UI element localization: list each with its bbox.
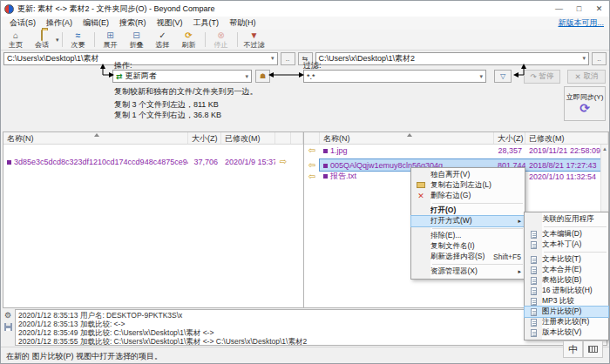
menu-search[interactable]: 搜索(R) xyxy=(114,17,152,30)
window-title: 更新: 素材 <-> 素材2 - 文件夹同步(O) - Beyond Compa… xyxy=(17,3,549,15)
expand-icon: ⊞ xyxy=(106,31,113,40)
submenu-item-mp3-compare[interactable]: MP3 比较 xyxy=(525,296,608,307)
column-header-size[interactable]: 大小(Z) xyxy=(494,132,525,144)
menu-session[interactable]: 会话(S) xyxy=(4,17,41,30)
session-settings-button[interactable]: ☗ xyxy=(255,70,270,83)
copy-to-left-icon[interactable]: ⇦ xyxy=(308,161,315,170)
submenu-item-text-edit[interactable]: 文本编辑(D) xyxy=(525,229,608,239)
approx-icon: ≈ xyxy=(76,31,81,40)
menu-item-copy-filename[interactable]: 复制文件名(I) xyxy=(411,241,525,252)
select-button[interactable]: ✓ 选择 xyxy=(150,30,176,49)
menu-help[interactable]: 帮助(H) xyxy=(224,17,261,30)
submenu-item-associated-app[interactable]: 关联的应用程序 xyxy=(525,214,608,225)
submenu-item-version-compare[interactable]: 版本比较(V) xyxy=(525,327,608,338)
folder-icon xyxy=(41,31,43,40)
refresh-button[interactable]: ⟳ 刷新 xyxy=(176,30,202,49)
submenu-item-picture-compare[interactable]: 图片比较(P) xyxy=(525,307,608,317)
menu-item-explorer[interactable]: 资源管理器(X) ▸ xyxy=(411,266,525,277)
maximize-icon[interactable]: □ xyxy=(569,1,589,17)
sync-options-area: 操作: ⇄ 更新两者 ▾ ☗ 过滤: *.* ▾ ▽ ↷ 暂停 ✕ 取消 立即同… xyxy=(1,65,609,131)
right-browse-button[interactable]: .. xyxy=(592,52,607,65)
table-row[interactable]: 3d85e3c5dcd8c323df1210cd174ccd948c4875ce… xyxy=(3,156,303,167)
column-header-modified[interactable]: 已修改(M) xyxy=(221,132,275,144)
filter-options-button[interactable]: ▽ xyxy=(494,70,512,83)
menu-tools[interactable]: 工具(T) xyxy=(188,17,225,30)
menu-edit[interactable]: 编辑(E) xyxy=(78,17,114,30)
refresh-icon: ⟳ xyxy=(185,31,192,40)
filter-icon: ▼ xyxy=(250,31,259,40)
menu-view[interactable]: 视图(V) xyxy=(152,17,188,30)
sort-ascending-icon xyxy=(94,133,99,137)
log-panel: ⚙ 2020/1/12 8:35:13 用户名: DESKTOP-9PKTK3S… xyxy=(1,308,609,347)
new-version-link[interactable]: 新版本可用... xyxy=(558,17,604,29)
sessions-dropdown-icon[interactable]: ▾ xyxy=(56,37,59,44)
sessions-button[interactable]: 会话 xyxy=(29,30,55,49)
delete-x-icon: ✕ xyxy=(411,192,430,200)
column-header-modified[interactable]: 已修改(M) xyxy=(525,132,608,144)
menu-item-copy-right-to-left[interactable]: 复制右边到左边(L) xyxy=(411,180,525,191)
submenu-item-text-patch[interactable]: 文本补丁(A) xyxy=(525,239,608,250)
menu-separator xyxy=(544,226,607,227)
registry-compare-icon xyxy=(531,319,537,327)
log-line: 2020/1/12 8:35:55 加载比较: C:\Users\x\Deskt… xyxy=(18,337,604,346)
gear-icon[interactable]: ⚙ xyxy=(4,311,11,320)
pause-button: ↷ 暂停 xyxy=(524,70,560,84)
minor-button[interactable]: ≈ 次要 xyxy=(65,30,92,49)
collapse-button[interactable]: ⊟ 折叠 xyxy=(124,30,150,49)
file-icon xyxy=(7,160,11,165)
scroll-up-icon[interactable]: ▲ xyxy=(601,145,608,153)
chevron-down-icon[interactable]: ▾ xyxy=(580,55,586,62)
toolbar-separator xyxy=(237,32,238,47)
submenu-item-table-compare[interactable]: 表格比较(B) xyxy=(525,275,608,286)
home-button[interactable]: ⌂ 主页 xyxy=(3,30,29,49)
submenu-item-registry-compare[interactable]: 注册表比较(R) xyxy=(525,317,608,327)
status-hint-text: 在新的 图片比较(P) 视图中打开选择的项目。 xyxy=(6,351,162,362)
menu-item-exclude[interactable]: 排除(E)... xyxy=(411,231,525,241)
copy-to-left-icon[interactable]: ⇦ xyxy=(308,172,315,181)
log-output[interactable]: 2020/1/12 8:35:13 用户名: DESKTOP-9PKTK3S\x… xyxy=(15,309,607,346)
chevron-down-icon[interactable]: ▾ xyxy=(477,73,483,80)
menu-separator xyxy=(432,203,523,204)
save-log-icon[interactable] xyxy=(4,323,12,331)
operation-select[interactable]: ⇄ 更新两者 ▾ xyxy=(112,70,252,83)
chevron-down-icon[interactable]: ▾ xyxy=(242,73,248,80)
pause-icon: ↷ xyxy=(530,72,536,81)
copy-to-right-icon[interactable]: ⇨ xyxy=(280,158,287,166)
mp3-compare-icon xyxy=(531,298,537,306)
submenu-arrow-icon: ▸ xyxy=(518,218,521,225)
left-browse-button[interactable]: .. xyxy=(281,52,295,65)
copy-to-left-icon[interactable]: ⇦ xyxy=(308,146,315,155)
shortcut-label: Shift+F5 xyxy=(493,253,521,261)
column-header-size[interactable]: 大小(Z) xyxy=(188,132,221,144)
minimize-icon[interactable]: — xyxy=(549,1,569,17)
left-file-pane: 名称(N) 大小(Z) 已修改(M) 3d85e3c5dcd8c323df121… xyxy=(3,132,304,307)
submenu-item-text-compare[interactable]: 文本比较(T) xyxy=(525,254,608,265)
text-patch-icon xyxy=(531,241,537,249)
submenu-item-text-merge[interactable]: 文本合并(E) xyxy=(525,265,608,275)
ime-language-label[interactable]: 中 xyxy=(563,340,583,358)
left-path-input[interactable]: C:\Users\x\Desktop\1\素材 ▾ xyxy=(3,52,278,65)
menu-item-delete-right[interactable]: ✕ 删除右边(G) xyxy=(411,191,525,201)
menu-item-open[interactable]: 打开(O) xyxy=(411,206,525,216)
close-icon[interactable]: ✕ xyxy=(589,1,609,17)
menu-separator xyxy=(432,264,523,265)
chevron-down-icon[interactable]: ▾ xyxy=(268,55,274,62)
toolbar-separator xyxy=(205,32,206,47)
empty-row xyxy=(3,145,303,156)
filter-input[interactable]: *.* ▾ xyxy=(303,70,486,83)
menu-item-leave-alone[interactable]: 独自离开(V) xyxy=(411,170,525,180)
ime-indicator[interactable]: 中 xyxy=(563,340,603,358)
sync-now-button[interactable]: 立即同步(Y) ⟳ xyxy=(564,86,606,121)
text-edit-icon xyxy=(531,231,537,239)
file-icon xyxy=(323,164,328,168)
expand-button[interactable]: ⊞ 展开 xyxy=(98,30,124,49)
funnel-icon: ▽ xyxy=(500,72,505,80)
submenu-item-hex-compare[interactable]: 16 进制比较(H) xyxy=(525,286,608,296)
menu-item-open-with[interactable]: 打开方式(W) ▸ xyxy=(411,216,525,226)
no-filter-button[interactable]: ▼ 不过滤 xyxy=(241,30,268,49)
right-path-input[interactable]: C:\Users\x\Desktop\1\素材2 ▾ xyxy=(315,52,590,65)
table-row[interactable]: ⇦ 1.jpg 28,357 2019/11/21 22:58:09 xyxy=(304,145,608,156)
menu-item-refresh-selection[interactable]: 刷新选择内容(S) Shift+F5 xyxy=(411,252,525,262)
operation-description: 复制较新和独有的文件/文件夹到另一边。 xyxy=(114,86,258,98)
session-settings-icon: ☗ xyxy=(260,72,266,80)
